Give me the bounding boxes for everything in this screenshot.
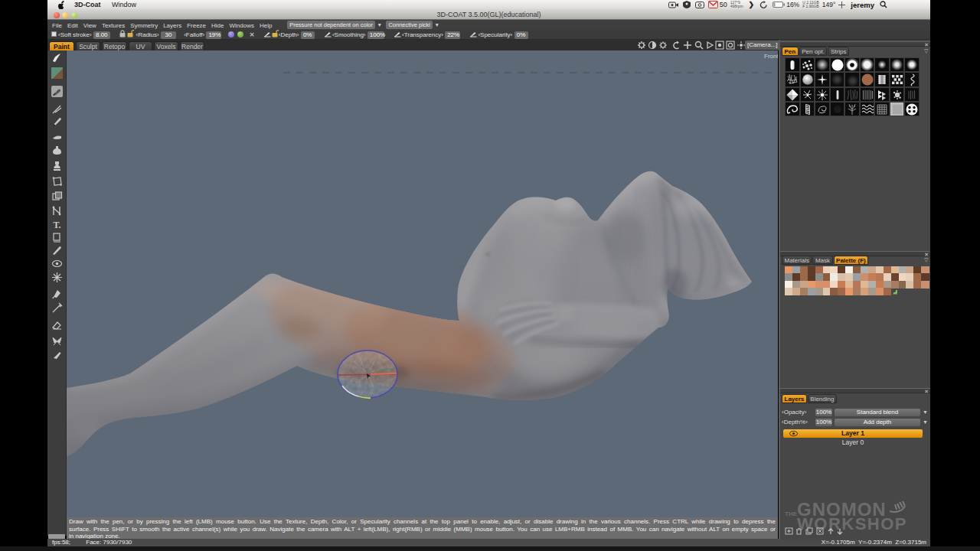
svg-text:Front: Front [764,53,778,60]
